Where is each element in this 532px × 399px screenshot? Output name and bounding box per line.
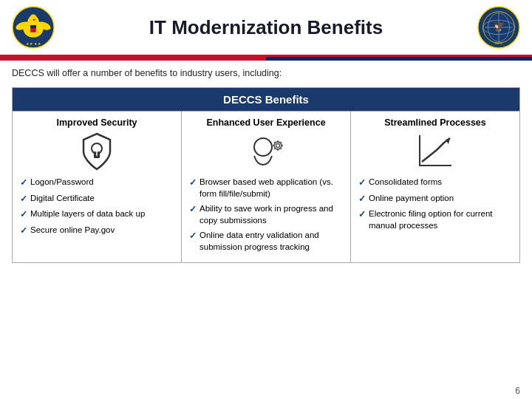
benefits-table-title: DECCS Benefits [13,88,519,111]
ux-item-1: ✓ Browser based web application (vs. for… [189,177,343,200]
col-user-experience: Enhanced User Experience [182,112,351,262]
streamlined-item-1: ✓ Consolidated forms [358,177,512,189]
ux-item-2: ✓ Ability to save work in progress and c… [189,203,343,226]
checkmark-icon: ✓ [358,194,366,205]
security-item-1: ✓ Logon/Password [20,177,174,189]
col-streamlined: Streamlined Processes ✓ Consolidated for… [351,112,519,262]
ux-icon [189,132,343,171]
page-number: 6 [515,386,520,396]
col-security: Improved Security ✓ Logon/Password ✓ Dig… [13,112,182,262]
benefits-table: DECCS Benefits Improved Security ✓ Logon… [12,87,520,263]
svg-text:🦅: 🦅 [493,20,505,33]
benefits-columns: Improved Security ✓ Logon/Password ✓ Dig… [13,111,519,262]
security-item-4: ✓ Secure online Pay.gov [20,225,174,237]
svg-rect-34 [419,135,420,166]
streamlined-icon [358,132,512,171]
streamlined-item-3: ✓ Electronic filing option for current m… [358,208,512,231]
checkmark-icon: ✓ [189,177,197,189]
col-security-title: Improved Security [20,117,174,128]
dos-seal-logo: ★ ★ ★ ★ [12,6,55,49]
checkmark-icon: ✓ [20,194,27,205]
page-header: ★ ★ ★ ★ IT Modernization Benefits 🦅 DDTC [0,0,532,57]
svg-rect-8 [30,25,36,28]
checkmark-icon: ✓ [189,231,197,242]
svg-text:DDTC: DDTC [495,42,503,45]
security-item-2: ✓ Digital Certificate [20,193,174,205]
svg-rect-33 [419,165,451,166]
security-item-3: ✓ Multiple layers of data back up [20,208,174,221]
checkmark-icon: ✓ [20,177,27,189]
svg-text:★ ★ ★ ★: ★ ★ ★ ★ [26,42,41,46]
col-ux-title: Enhanced User Experience [189,117,343,128]
svg-point-22 [254,138,272,156]
ddtc-seal-logo: 🦅 DDTC [477,6,520,49]
streamlined-item-2: ✓ Online payment option [358,193,512,205]
ux-item-3: ✓ Online data entry validation and submi… [189,230,343,253]
page-title: IT Modernization Benefits [55,16,477,39]
checkmark-icon: ✓ [20,209,27,221]
col-streamlined-title: Streamlined Processes [358,117,512,128]
checkmark-icon: ✓ [358,209,366,221]
subtitle-text: DECCS will offer a number of benefits to… [0,61,532,83]
checkmark-icon: ✓ [20,225,27,237]
checkmark-icon: ✓ [189,204,197,216]
checkmark-icon: ✓ [358,177,366,189]
svg-point-24 [276,144,280,148]
security-icon [20,132,174,171]
svg-point-20 [95,149,98,152]
